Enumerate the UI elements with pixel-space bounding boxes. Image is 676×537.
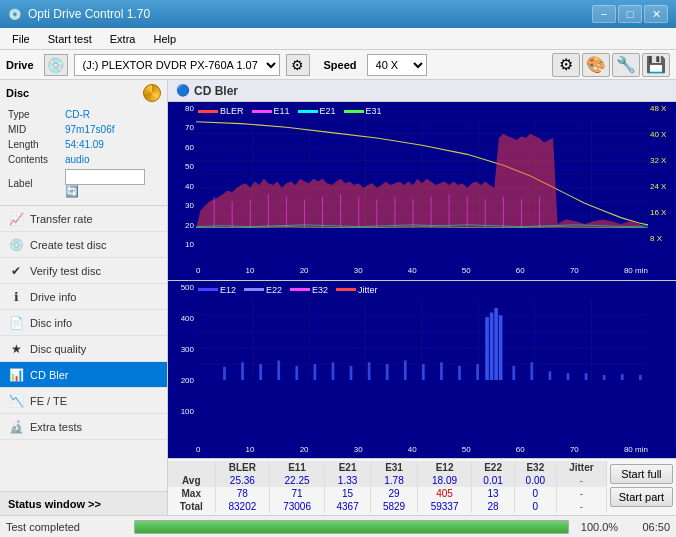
legend-e11-color (252, 110, 272, 113)
stats-header-e21: E21 (324, 461, 370, 474)
stats-avg-label: Avg (168, 474, 215, 487)
chart2-xaxis: 0 10 20 30 40 50 60 70 80 min (196, 440, 648, 458)
fe-te-icon: 📉 (8, 393, 24, 409)
sidebar-item-extra-tests[interactable]: 🔬 Extra tests (0, 414, 167, 440)
legend-e32: E32 (290, 285, 328, 295)
close-button[interactable]: ✕ (644, 5, 668, 23)
legend-e31-label: E31 (366, 106, 382, 116)
drive-select[interactable]: (J:) PLEXTOR DVDR PX-760A 1.07 (74, 54, 280, 76)
svg-rect-67 (512, 365, 515, 379)
sidebar-item-cd-bler[interactable]: 📊 CD Bler (0, 362, 167, 388)
x2-40: 40 (408, 445, 417, 454)
stats-avg-e11: 22.25 (270, 474, 325, 487)
sidebar-item-disc-info[interactable]: 📄 Disc info (0, 310, 167, 336)
svg-rect-66 (476, 364, 479, 380)
y1-50: 50 (185, 162, 194, 171)
stats-total-jitter: - (556, 500, 606, 513)
cd-bler-icon: 📊 (8, 367, 24, 383)
toolbar-icon-2[interactable]: 🎨 (582, 53, 610, 77)
stats-total-e21: 4367 (324, 500, 370, 513)
drive-eject-icon[interactable]: 💿 (44, 54, 68, 76)
disc-length-label: Length (8, 138, 63, 151)
legend-jitter-color (336, 288, 356, 291)
legend-e32-color (290, 288, 310, 291)
sidebar-item-fe-te[interactable]: 📉 FE / TE (0, 388, 167, 414)
sidebar-label-disc-info: Disc info (30, 317, 72, 329)
start-part-button[interactable]: Start part (610, 487, 673, 507)
drive-settings-icon[interactable]: ⚙ (286, 54, 310, 76)
svg-rect-58 (332, 362, 335, 380)
legend-e22: E22 (244, 285, 282, 295)
sidebar-label-transfer-rate: Transfer rate (30, 213, 93, 225)
minimize-button[interactable]: − (592, 5, 616, 23)
svg-rect-52 (223, 366, 226, 380)
svg-rect-74 (639, 374, 642, 379)
maximize-button[interactable]: □ (618, 5, 642, 23)
toolbar-icon-save[interactable]: 💾 (642, 53, 670, 77)
stats-max-e22: 13 (472, 487, 514, 500)
sidebar-item-drive-info[interactable]: ℹ Drive info (0, 284, 167, 310)
stats-max-bler: 78 (215, 487, 270, 500)
stats-avg-e12: 18.09 (417, 474, 472, 487)
menu-help[interactable]: Help (145, 31, 184, 47)
svg-rect-69 (549, 371, 552, 380)
disc-spin-icon[interactable] (143, 84, 161, 102)
stats-max-e21: 15 (324, 487, 370, 500)
svg-rect-49 (490, 312, 494, 380)
stats-header-e31: E31 (371, 461, 417, 474)
stats-max-e12: 405 (417, 487, 472, 500)
chart2-legend: E12 E22 E32 Jitter (198, 285, 378, 295)
toolbar-icon-3[interactable]: 🔧 (612, 53, 640, 77)
stats-total-label: Total (168, 500, 215, 513)
x2-20: 20 (300, 445, 309, 454)
svg-rect-56 (295, 365, 298, 379)
disc-label-refresh[interactable]: 🔄 (65, 185, 79, 197)
chart1-xaxis: 0 10 20 30 40 50 60 70 80 min (196, 262, 648, 280)
stats-total-e22: 28 (472, 500, 514, 513)
legend-bler: BLER (198, 106, 244, 116)
svg-rect-59 (350, 365, 353, 379)
menu-start-test[interactable]: Start test (40, 31, 100, 47)
sidebar-label-create-test-disc: Create test disc (30, 239, 106, 251)
create-test-disc-icon: 💿 (8, 237, 24, 253)
start-full-button[interactable]: Start full (610, 464, 673, 484)
menu-extra[interactable]: Extra (102, 31, 144, 47)
status-window-button[interactable]: Status window >> (0, 491, 167, 515)
disc-type-row: Type CD-R (8, 108, 159, 121)
x1-30: 30 (354, 266, 363, 275)
chart-title-bar: 🔵 CD Bler (168, 80, 676, 102)
y1-40: 40 (185, 182, 194, 191)
menu-file[interactable]: File (4, 31, 38, 47)
yr1-8: 8 X (650, 234, 662, 243)
stats-avg-e31: 1.78 (371, 474, 417, 487)
toolbar-icons: ⚙ 🎨 🔧 💾 (552, 53, 670, 77)
status-text: Test completed (6, 521, 126, 533)
legend-jitter-label: Jitter (358, 285, 378, 295)
svg-rect-63 (422, 364, 425, 380)
transfer-rate-icon: 📈 (8, 211, 24, 227)
legend-e22-color (244, 288, 264, 291)
sidebar-item-verify-test-disc[interactable]: ✔ Verify test disc (0, 258, 167, 284)
disc-type-label: Type (8, 108, 63, 121)
toolbar-icon-1[interactable]: ⚙ (552, 53, 580, 77)
stats-total-e11: 73006 (270, 500, 325, 513)
charts-container: BLER E11 E21 E31 (168, 102, 676, 515)
chart1-legend: BLER E11 E21 E31 (198, 106, 382, 116)
stats-total-e32: 0 (514, 500, 556, 513)
disc-info-icon: 📄 (8, 315, 24, 331)
y1-80: 80 (185, 104, 194, 113)
sidebar-item-disc-quality[interactable]: ★ Disc quality (0, 336, 167, 362)
stats-avg-e21: 1.33 (324, 474, 370, 487)
yr1-24: 24 X (650, 182, 666, 191)
x1-0: 0 (196, 266, 200, 275)
sidebar-item-create-test-disc[interactable]: 💿 Create test disc (0, 232, 167, 258)
chart-bler: BLER E11 E21 E31 (168, 102, 676, 281)
disc-mid-row: MID 97m17s06f (8, 123, 159, 136)
x2-10: 10 (246, 445, 255, 454)
speed-select[interactable]: 40 X (367, 54, 427, 76)
disc-label-input[interactable] (65, 169, 145, 185)
app-title: Opti Drive Control 1.70 (28, 7, 150, 21)
sidebar-item-transfer-rate[interactable]: 📈 Transfer rate (0, 206, 167, 232)
drive-label: Drive (6, 59, 34, 71)
titlebar: 💿 Opti Drive Control 1.70 − □ ✕ (0, 0, 676, 28)
